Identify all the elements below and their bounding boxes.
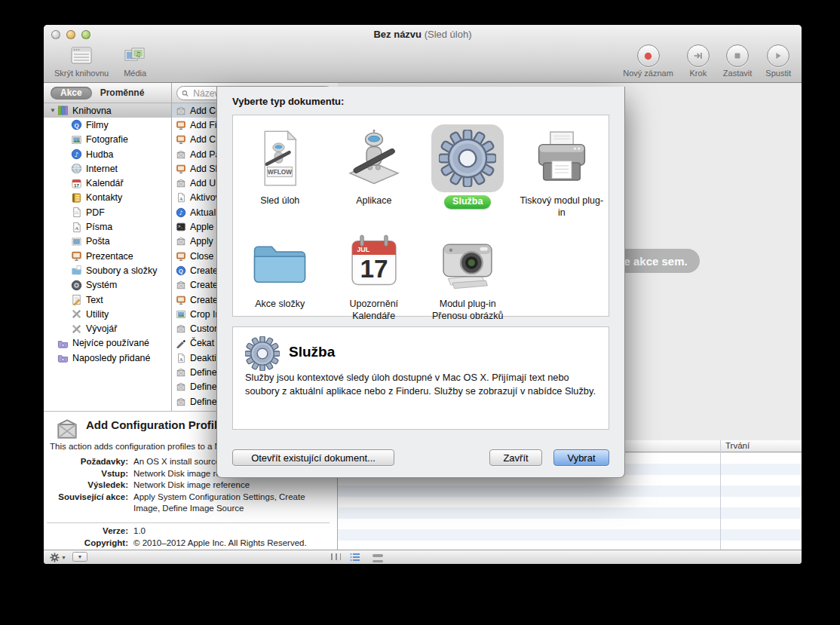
- dialog-prompt: Vyberte typ dokumentu:: [232, 96, 344, 107]
- open-existing-document-button[interactable]: Otevřít existující dokument...: [232, 449, 394, 466]
- sidebar-item-pdf[interactable]: PDF: [44, 205, 171, 219]
- smart-folder-icon: [57, 338, 69, 349]
- sidebar-item-fotografie[interactable]: Fotografie: [44, 133, 171, 147]
- sidebar-item-posta[interactable]: Pošta: [44, 234, 171, 249]
- info-field-copyright: Copyright:© 2010–2012 Apple Inc. All Rig…: [44, 538, 337, 550]
- toolbar-button-novy-zaznam[interactable]: Nový záznam: [623, 44, 673, 78]
- sidebar-item-utility[interactable]: Utility: [44, 307, 171, 321]
- panel-down-icon: ▼: [78, 554, 83, 559]
- sidebar-item-hudba[interactable]: ♪Hudba: [44, 147, 171, 161]
- sidebar-item-soubory-a-slozky[interactable]: Soubory a složky: [44, 263, 171, 277]
- stop-icon: [726, 44, 749, 67]
- document-type-label: Služba: [444, 195, 491, 209]
- document-type-modul-plug-in-prenosu-obrazku[interactable]: Modul plug-in Přenosu obrázků: [421, 219, 515, 322]
- info-field-verze: Verze:1.0: [44, 525, 337, 538]
- music-icon: ♪: [71, 149, 82, 160]
- contacts-icon: [71, 192, 82, 204]
- crate-icon: [176, 397, 186, 407]
- close-dialog-button[interactable]: Zavřít: [489, 449, 542, 466]
- crate-icon: [176, 280, 186, 290]
- media-panel-toggle[interactable]: ▼: [72, 552, 87, 562]
- sidebar-item-label: Kontakty: [86, 192, 122, 203]
- svg-text:♪: ♪: [75, 151, 78, 158]
- tab-promenne[interactable]: Proměnné: [100, 87, 145, 98]
- sidebar-item-nejvice-pouzivane[interactable]: Nejvíce používané: [44, 336, 171, 351]
- sidebar-item-pisma[interactable]: APísma: [44, 219, 171, 234]
- document-type-label: Tiskový modul plug-in: [517, 195, 606, 219]
- log-list-view-button[interactable]: [350, 553, 360, 562]
- present-icon: [176, 120, 186, 130]
- svg-text:>_: >_: [178, 225, 183, 229]
- log-column-duration[interactable]: Trvání: [725, 441, 750, 450]
- svg-text:17: 17: [360, 255, 388, 283]
- files-folders-icon: [71, 265, 82, 276]
- movies-icon: Q: [176, 265, 186, 276]
- sidebar-item-label: Kalendář: [86, 178, 124, 188]
- sidebar-item-label: Fotografie: [86, 134, 128, 145]
- toolbar-button-zastavit[interactable]: Zastavit: [723, 44, 753, 78]
- svg-text:WFLOW: WFLOW: [268, 168, 293, 176]
- sidebar-item-label: PDF: [86, 207, 105, 218]
- log-column-divider: [720, 440, 721, 550]
- toolbar-right-group: Nový záznamKrokZastavitSpustit: [623, 44, 791, 78]
- svg-text:A: A: [179, 356, 183, 361]
- document-type-aplikace[interactable]: Aplikace: [327, 115, 422, 219]
- info-field-souvisejici-akce: Související akce:Apply System Configurat…: [44, 492, 337, 515]
- document-type-grid: WFLOWSled úlohAplikaceSlužbaTiskový modu…: [232, 115, 609, 317]
- sidebar-item-naposledy-pridane[interactable]: Naposledy přidané: [44, 351, 171, 365]
- document-type-tiskovy-modul-plug-in[interactable]: Tiskový modul plug-in: [515, 115, 609, 219]
- document-type-sluzba[interactable]: Služba: [421, 115, 515, 219]
- type-title: Služba: [289, 344, 335, 360]
- crate-icon: [176, 323, 186, 334]
- document-type-sled-uloh[interactable]: WFLOWSled úloh: [233, 115, 327, 219]
- sidebar-item-knihovna[interactable]: ▼Knihovna: [44, 103, 171, 118]
- info-divider: [47, 522, 330, 523]
- rows-view-icon: [372, 554, 383, 557]
- terminal-icon: >_: [176, 222, 186, 232]
- sidebar-tab-bar: Akce Proměnné: [44, 83, 171, 103]
- choose-button[interactable]: Vybrat: [553, 449, 609, 466]
- step-icon: [687, 44, 710, 67]
- media-icon: ♫: [122, 44, 148, 67]
- sidebar-item-system[interactable]: Systém: [44, 278, 171, 293]
- gear-icon: [245, 336, 280, 371]
- chevron-down-icon: ▼: [61, 555, 66, 560]
- sidebar-item-prezentace[interactable]: Prezentace: [44, 249, 171, 263]
- library-tree: ▼KnihovnaQFilmyFotografie♪HudbaInternet1…: [44, 103, 171, 365]
- folder-icon: [251, 233, 308, 290]
- utility-icon: [71, 308, 82, 320]
- music-icon: ♪: [176, 207, 186, 218]
- toolbar-button-skryt-knihovnu[interactable]: Skrýt knihovnu: [54, 44, 109, 78]
- system-icon: [71, 280, 82, 291]
- document-type-upozorneni-kalendare[interactable]: JUL17Upozornění Kalendáře: [327, 219, 422, 322]
- action-menu-button[interactable]: ▼: [50, 553, 66, 562]
- svg-text:Q: Q: [74, 122, 78, 129]
- sidebar-item-filmy[interactable]: QFilmy: [44, 118, 171, 132]
- toolbar-button-spustit[interactable]: Spustit: [765, 44, 791, 78]
- crate-icon: [176, 178, 186, 188]
- log-compact-view-button[interactable]: [372, 553, 383, 563]
- sidebar-item-label: Pošta: [86, 236, 110, 247]
- tab-akce[interactable]: Akce: [51, 87, 92, 100]
- internet-icon: [71, 163, 82, 174]
- sidebar-item-kalendar[interactable]: 17Kalendář: [44, 176, 171, 190]
- info-field-vysledek: Výsledek:Network Disk image reference: [44, 479, 337, 492]
- present-icon: [176, 251, 186, 262]
- sidebar-item-label: Prezentace: [86, 251, 133, 262]
- camera-icon: [439, 233, 496, 290]
- sidebar-item-vyvojar[interactable]: Vývojář: [44, 321, 171, 335]
- pane-resize-grip[interactable]: [330, 553, 342, 560]
- sidebar-item-kontakty[interactable]: Kontakty: [44, 191, 171, 205]
- toolbar-button-media[interactable]: ♫Média: [122, 44, 148, 78]
- sidebar-item-internet[interactable]: Internet: [44, 161, 171, 176]
- toolbar-button-krok[interactable]: Krok: [687, 44, 710, 78]
- sidebar-item-text[interactable]: Text: [44, 293, 171, 307]
- sidebar-item-label: Knihovna: [72, 106, 112, 116]
- sidebar-item-label: Soubory a složky: [86, 265, 157, 276]
- library-panel-icon: [69, 44, 94, 67]
- crate-icon: [176, 236, 186, 247]
- disclosure-triangle[interactable]: ▼: [48, 107, 57, 114]
- title-toolbar-chrome: Bez názvu (Sled úloh) Skrýt knihovnu♫Méd…: [44, 25, 802, 83]
- pdf-icon: [71, 207, 82, 218]
- document-type-akce-slozky[interactable]: Akce složky: [233, 219, 327, 322]
